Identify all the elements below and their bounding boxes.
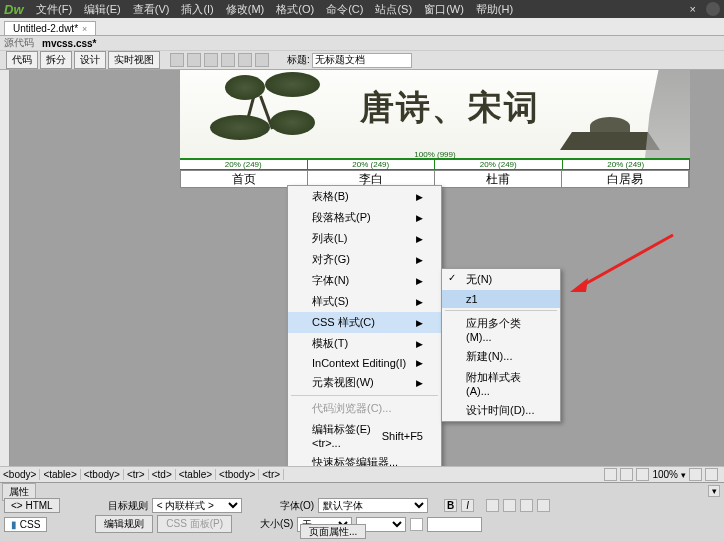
design-canvas[interactable]: 唐诗、宋词 100% (999) 20% (249) 20% (249) 20%… xyxy=(0,70,724,482)
ctx-style[interactable]: 样式(S)▶ xyxy=(288,291,441,312)
breadcrumb-tag[interactable]: <table> xyxy=(40,469,80,480)
italic-icon[interactable]: I xyxy=(461,499,474,512)
boat-illustration xyxy=(560,110,660,150)
zoom-value[interactable]: 100% xyxy=(652,469,678,480)
ctx-paragraph[interactable]: 段落格式(P)▶ xyxy=(288,207,441,228)
submenu-arrow-icon: ▶ xyxy=(416,192,423,202)
source-code-label[interactable]: 源代码 xyxy=(4,36,34,50)
context-menu: 表格(B)▶ 段落格式(P)▶ 列表(L)▶ 对齐(G)▶ 字体(N)▶ 样式(… xyxy=(287,185,442,482)
submenu-arrow-icon: ▶ xyxy=(416,276,423,286)
ctx-css-styles[interactable]: CSS 样式(C)▶ xyxy=(288,312,441,333)
nav-cell-dufu[interactable]: 杜甫 xyxy=(435,171,562,187)
toolbar-icon[interactable] xyxy=(255,53,269,67)
toolbar-icon[interactable] xyxy=(170,53,184,67)
color-swatch[interactable] xyxy=(410,518,423,531)
ctx-element-view[interactable]: 元素视图(W)▶ xyxy=(288,372,441,393)
ruler-segment: 20% (249) xyxy=(435,160,563,169)
status-icon[interactable] xyxy=(705,468,718,481)
menu-edit[interactable]: 编辑(E) xyxy=(78,2,127,17)
ctx-edit-tag[interactable]: 编辑标签(E) <tr>...Shift+F5 xyxy=(288,419,441,452)
submenu-arrow-icon: ▶ xyxy=(416,297,423,307)
align-right-icon[interactable] xyxy=(520,499,533,512)
related-file[interactable]: mvcss.css* xyxy=(42,38,97,49)
target-rule-select[interactable]: < 内联样式 > xyxy=(152,498,242,513)
menu-separator xyxy=(445,310,557,311)
align-center-icon[interactable] xyxy=(503,499,516,512)
properties-panel: 属性 ▾ <> HTML 目标规则 < 内联样式 > 字体(O) 默认字体 B … xyxy=(0,482,724,541)
title-label: 标题: xyxy=(279,53,310,67)
toolbar-icon[interactable] xyxy=(204,53,218,67)
vertical-ruler xyxy=(0,70,10,482)
ruler-segment: 20% (249) xyxy=(563,160,691,169)
submenu-attach-stylesheet[interactable]: 附加样式表(A)... xyxy=(442,367,560,400)
title-input[interactable] xyxy=(312,53,412,68)
ctx-templates[interactable]: 模板(T)▶ xyxy=(288,333,441,354)
submenu-arrow-icon: ▶ xyxy=(416,213,423,223)
breadcrumb-tag[interactable]: <tr> xyxy=(124,469,149,480)
breadcrumb-tag[interactable]: <tr> xyxy=(259,469,284,480)
tag-breadcrumb: <body> <table> <tbody> <tr> <td> <table>… xyxy=(0,466,724,482)
status-icon[interactable] xyxy=(689,468,702,481)
ctx-incontext[interactable]: InContext Editing(I)▶ xyxy=(288,354,441,372)
dropdown-icon[interactable]: ▾ xyxy=(681,470,686,480)
hand-tool-icon[interactable] xyxy=(620,468,633,481)
menu-separator xyxy=(291,395,438,396)
menu-commands[interactable]: 命令(C) xyxy=(320,2,369,17)
ctx-list[interactable]: 列表(L)▶ xyxy=(288,228,441,249)
nav-cell-baijuyi[interactable]: 白居易 xyxy=(562,171,689,187)
submenu-none[interactable]: ✓无(N) xyxy=(442,269,560,290)
tree-illustration xyxy=(190,75,330,155)
submenu-design-time[interactable]: 设计时间(D)... xyxy=(442,400,560,421)
collapse-button[interactable]: ▾ xyxy=(708,485,720,497)
html-mode-button[interactable]: <> HTML xyxy=(4,498,60,513)
document-tab[interactable]: Untitled-2.dwt* × xyxy=(4,21,96,35)
edit-rule-button[interactable]: 编辑规则 xyxy=(95,515,153,533)
close-icon[interactable]: × xyxy=(690,3,696,15)
view-design-button[interactable]: 设计 xyxy=(74,51,106,69)
menu-file[interactable]: 文件(F) xyxy=(30,2,78,17)
view-live-button[interactable]: 实时视图 xyxy=(108,51,160,69)
app-logo: Dw xyxy=(4,2,30,17)
menu-site[interactable]: 站点(S) xyxy=(369,2,418,17)
breadcrumb-tag[interactable]: <td> xyxy=(149,469,176,480)
menu-help[interactable]: 帮助(H) xyxy=(470,2,519,17)
align-justify-icon[interactable] xyxy=(537,499,550,512)
menu-view[interactable]: 查看(V) xyxy=(127,2,176,17)
view-code-button[interactable]: 代码 xyxy=(6,51,38,69)
select-tool-icon[interactable] xyxy=(604,468,617,481)
color-input[interactable] xyxy=(427,517,482,532)
ctx-align[interactable]: 对齐(G)▶ xyxy=(288,249,441,270)
menu-modify[interactable]: 修改(M) xyxy=(220,2,271,17)
view-toolbar: 代码 拆分 设计 实时视图 标题: xyxy=(0,50,724,70)
page-banner[interactable]: 唐诗、宋词 xyxy=(180,70,690,158)
toolbar-icon[interactable] xyxy=(187,53,201,67)
submenu-new[interactable]: 新建(N)... xyxy=(442,346,560,367)
font-select[interactable]: 默认字体 xyxy=(318,498,428,513)
menu-window[interactable]: 窗口(W) xyxy=(418,2,470,17)
table-width-ruler: 100% (999) 20% (249) 20% (249) 20% (249)… xyxy=(180,158,690,170)
ctx-table[interactable]: 表格(B)▶ xyxy=(288,186,441,207)
submenu-arrow-icon: ▶ xyxy=(416,339,423,349)
ctx-font[interactable]: 字体(N)▶ xyxy=(288,270,441,291)
toolbar-icon[interactable] xyxy=(221,53,235,67)
submenu-apply-multiple[interactable]: 应用多个类(M)... xyxy=(442,313,560,346)
submenu-z1[interactable]: z1 xyxy=(442,290,560,308)
breadcrumb-tag[interactable]: <tbody> xyxy=(216,469,259,480)
view-split-button[interactable]: 拆分 xyxy=(40,51,72,69)
target-rule-label: 目标规则 xyxy=(108,499,148,513)
zoom-tool-icon[interactable] xyxy=(636,468,649,481)
bold-icon[interactable]: B xyxy=(444,499,457,512)
breadcrumb-tag[interactable]: <body> xyxy=(0,469,40,480)
submenu-arrow-icon: ▶ xyxy=(416,358,423,368)
breadcrumb-tag[interactable]: <tbody> xyxy=(81,469,124,480)
menu-insert[interactable]: 插入(I) xyxy=(175,2,219,17)
toolbar-icon[interactable] xyxy=(238,53,252,67)
rock-illustration xyxy=(645,70,690,158)
search-icon[interactable] xyxy=(706,2,720,16)
align-left-icon[interactable] xyxy=(486,499,499,512)
menu-format[interactable]: 格式(O) xyxy=(270,2,320,17)
close-tab-icon[interactable]: × xyxy=(82,24,87,34)
breadcrumb-tag[interactable]: <table> xyxy=(176,469,216,480)
css-mode-button[interactable]: ▮ CSS xyxy=(4,517,47,532)
page-properties-button[interactable]: 页面属性... xyxy=(300,524,366,539)
